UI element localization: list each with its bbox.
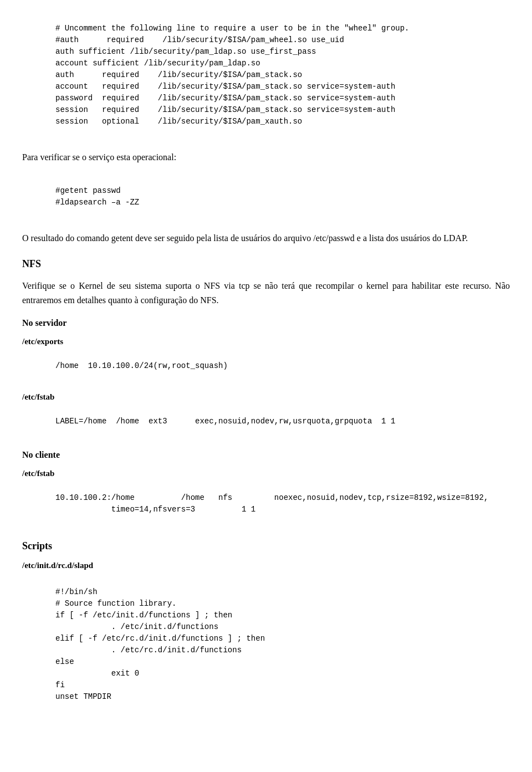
script-line-6: . /etc/rc.d/init.d/functions — [55, 646, 242, 655]
pam-line-6: account required /lib/security/$ISA/pam_… — [55, 82, 395, 91]
paragraph-nfs: Verifique se o Kernel de seu sistema sup… — [22, 279, 510, 307]
script-line-1: #!/bin/sh — [55, 587, 98, 596]
section-cliente-heading: No cliente — [22, 450, 510, 460]
main-content: # Uncomment the following line to requir… — [22, 11, 510, 714]
pam-line-1: # Uncomment the following line to requir… — [55, 24, 410, 33]
etc-fstab-heading-1: /etc/fstab — [22, 392, 510, 402]
etc-exports-heading: /etc/exports — [22, 337, 510, 346]
fstab-client-line-2: timeo=14,nfsvers=3 1 1 — [55, 505, 255, 514]
pam-line-7: password required /lib/security/$ISA/pam… — [55, 94, 395, 103]
section-servidor-heading: No servidor — [22, 318, 510, 328]
pam-line-5: auth required /lib/security/$ISA/pam_sta… — [55, 70, 302, 79]
section-nfs-heading: NFS — [22, 258, 510, 270]
exports-line-1: /home 10.10.100.0/24(rw,root_squash) — [55, 361, 228, 370]
code-block-fstab-2: 10.10.100.2:/home /home nfs noexec,nosui… — [55, 480, 510, 527]
code-block-script: #!/bin/sh # Source function library. if … — [55, 575, 510, 714]
pam-line-3: auth sufficient /lib/security/pam_ldap.s… — [55, 47, 316, 56]
pam-line-2: #auth required /lib/security/$ISA/pam_wh… — [55, 35, 344, 44]
script-line-10: unset TMPDIR — [55, 692, 111, 701]
section-scripts-heading: Scripts — [22, 540, 510, 552]
code-block-getent: #getent passwd #ldapsearch –a -ZZ — [55, 173, 510, 220]
etc-init-heading: /etc/init.d/rc.d/slapd — [22, 561, 510, 570]
script-line-7: else — [55, 657, 74, 666]
pam-line-4: account sufficient /lib/security/pam_lda… — [55, 59, 260, 68]
paragraph-resultado: O resultado do comando getent deve ser s… — [22, 231, 510, 246]
code-block-pam: # Uncomment the following line to requir… — [55, 11, 510, 139]
code-block-fstab-1: LABEL=/home /home ext3 exec,nosuid,nodev… — [55, 404, 510, 439]
etc-fstab-heading-2: /etc/fstab — [22, 469, 510, 478]
script-line-4: . /etc/init.d/functions — [55, 622, 218, 631]
getent-line-1: #getent passwd — [55, 186, 121, 195]
script-line-3: if [ -f /etc/init.d/functions ] ; then — [55, 611, 232, 620]
pam-line-9: session optional /lib/security/$ISA/pam_… — [55, 117, 302, 126]
fstab-client-line-1: 10.10.100.2:/home /home nfs noexec,nosui… — [55, 493, 488, 502]
fstab-line-1: LABEL=/home /home ext3 exec,nosuid,nodev… — [55, 417, 395, 426]
script-line-8: exit 0 — [55, 669, 139, 678]
getent-line-2: #ldapsearch –a -ZZ — [55, 198, 139, 207]
script-line-9: fi — [55, 681, 65, 689]
paragraph-verificar: Para verificar se o serviço esta operaci… — [22, 150, 510, 165]
code-block-exports: /home 10.10.100.0/24(rw,root_squash) — [55, 349, 510, 384]
script-line-5: elif [ -f /etc/rc.d/init.d/functions ] ;… — [55, 634, 265, 643]
script-line-2: # Source function library. — [55, 599, 176, 608]
pam-line-8: session required /lib/security/$ISA/pam_… — [55, 105, 395, 114]
